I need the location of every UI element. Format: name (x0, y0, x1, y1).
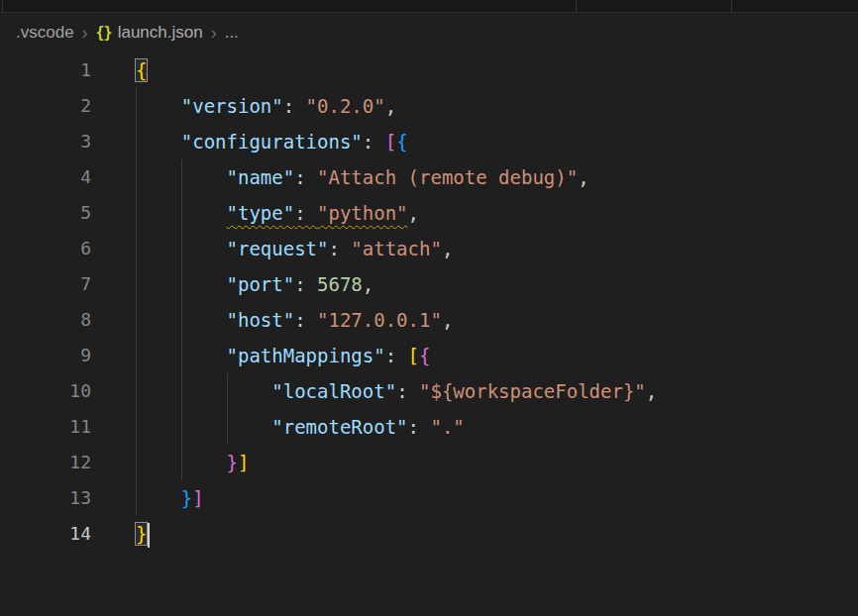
token[interactable]: : (294, 202, 317, 224)
token[interactable]: : (328, 238, 351, 259)
token[interactable]: , (442, 309, 453, 331)
token[interactable]: [ (385, 131, 396, 153)
line-number[interactable]: 6 (0, 231, 91, 266)
line-number[interactable]: 9 (0, 338, 91, 373)
line-number[interactable]: 14 (0, 516, 91, 552)
indent-guide (136, 302, 137, 338)
line-number[interactable]: 13 (0, 480, 91, 516)
indent-guide (181, 231, 182, 266)
code-line[interactable]: 4 "name": "Attach (remote debug)", (0, 159, 858, 195)
line-number[interactable]: 2 (0, 88, 91, 124)
line-number[interactable]: 12 (0, 445, 91, 480)
code-text[interactable]: "request": "attach", (136, 231, 453, 266)
code-text[interactable]: "host": "127.0.0.1", (136, 302, 453, 338)
line-number[interactable]: 7 (0, 266, 91, 302)
token[interactable]: [ (408, 345, 419, 366)
token[interactable]: , (408, 202, 419, 224)
token[interactable]: { (396, 131, 407, 153)
token[interactable]: 5678 (317, 273, 363, 295)
code-line[interactable]: 11 "remoteRoot": "." (0, 409, 858, 445)
token[interactable]: "0.2.0" (306, 95, 385, 117)
token[interactable]: "request" (227, 238, 329, 259)
code-lines[interactable]: 1{2 "version": "0.2.0",3 "configurations… (0, 52, 858, 552)
line-number[interactable]: 5 (0, 195, 91, 231)
token[interactable]: "name" (227, 166, 295, 188)
token[interactable]: , (578, 166, 589, 188)
code-line[interactable]: 14} (0, 516, 858, 552)
token[interactable]: "remoteRoot" (271, 416, 407, 438)
code-text[interactable]: "name": "Attach (remote debug)", (136, 159, 590, 195)
code-text[interactable]: "version": "0.2.0", (136, 88, 396, 124)
token[interactable]: : (408, 416, 431, 438)
indent-guide (136, 373, 137, 409)
matched-bracket[interactable]: { (136, 59, 147, 81)
token[interactable]: : (294, 273, 317, 295)
token[interactable]: "version" (181, 95, 283, 117)
token[interactable]: : (294, 166, 317, 188)
code-text[interactable]: }] (136, 445, 249, 480)
breadcrumb-symbol-path[interactable]: ... (225, 23, 239, 43)
code-line[interactable]: 1{ (0, 52, 858, 88)
token[interactable]: : (294, 309, 317, 331)
code-text[interactable]: "localRoot": "${workspaceFolder}", (136, 373, 657, 409)
indent-guide (136, 266, 137, 302)
token[interactable]: "127.0.0.1" (317, 309, 442, 331)
token[interactable]: { (419, 345, 430, 366)
code-line[interactable]: 7 "port": 5678, (0, 266, 858, 302)
token[interactable]: } (181, 487, 192, 509)
token[interactable]: "${workspaceFolder}" (419, 380, 646, 402)
token[interactable]: "python" (317, 202, 408, 224)
line-number[interactable]: 3 (0, 124, 91, 159)
token[interactable]: , (442, 238, 453, 259)
code-text[interactable]: "port": 5678, (136, 266, 374, 302)
code-text[interactable]: }] (136, 480, 204, 516)
token[interactable]: , (363, 273, 374, 295)
matched-bracket[interactable]: } (136, 523, 147, 545)
line-number[interactable]: 8 (0, 302, 91, 338)
token[interactable]: ] (238, 452, 249, 473)
token[interactable]: ] (192, 487, 203, 509)
token[interactable]: "port" (227, 273, 295, 295)
token[interactable]: : (283, 95, 306, 117)
indent-guide (181, 445, 182, 480)
indentation (136, 487, 181, 509)
code-text[interactable]: "type": "python", (136, 195, 419, 231)
code-text[interactable]: "pathMappings": [{ (136, 338, 430, 373)
token[interactable]: "localRoot" (271, 380, 396, 402)
editor[interactable]: 1{2 "version": "0.2.0",3 "configurations… (0, 52, 858, 552)
line-number[interactable]: 10 (0, 373, 91, 409)
token[interactable]: "Attach (remote debug)" (317, 166, 578, 188)
line-number[interactable]: 4 (0, 159, 91, 195)
code-line[interactable]: 8 "host": "127.0.0.1", (0, 302, 858, 338)
token[interactable]: : (385, 345, 408, 366)
token[interactable]: } (227, 452, 238, 473)
code-text[interactable]: } (136, 516, 150, 552)
line-number[interactable]: 1 (0, 52, 91, 88)
breadcrumb-folder[interactable]: .vscode (16, 23, 74, 43)
token[interactable]: , (646, 380, 657, 402)
token[interactable]: "pathMappings" (227, 345, 385, 366)
code-line[interactable]: 3 "configurations": [{ (0, 124, 858, 159)
breadcrumb-file[interactable]: launch.json (118, 23, 203, 43)
token[interactable]: "attach" (351, 238, 442, 259)
code-line[interactable]: 2 "version": "0.2.0", (0, 88, 858, 124)
token[interactable]: "configurations" (181, 131, 363, 153)
code-line[interactable]: 9 "pathMappings": [{ (0, 338, 858, 373)
code-line[interactable]: 6 "request": "attach", (0, 231, 858, 266)
token[interactable]: "host" (227, 309, 295, 331)
token[interactable]: "type" (227, 202, 295, 224)
code-text[interactable]: "configurations": [{ (136, 124, 408, 159)
token[interactable]: : (396, 380, 419, 402)
code-text[interactable]: "remoteRoot": "." (136, 409, 465, 445)
code-line[interactable]: 10 "localRoot": "${workspaceFolder}", (0, 373, 858, 409)
token[interactable]: : (363, 131, 385, 153)
code-line[interactable]: 13 }] (0, 480, 858, 516)
line-number[interactable]: 11 (0, 409, 91, 445)
indent-guide (227, 373, 228, 409)
code-line[interactable]: 12 }] (0, 445, 858, 480)
chevron-right-icon: › (74, 23, 96, 44)
token[interactable]: "." (430, 416, 464, 438)
code-text[interactable]: { (136, 52, 147, 88)
code-line[interactable]: 5 "type": "python", (0, 195, 858, 231)
token[interactable]: , (385, 95, 396, 117)
